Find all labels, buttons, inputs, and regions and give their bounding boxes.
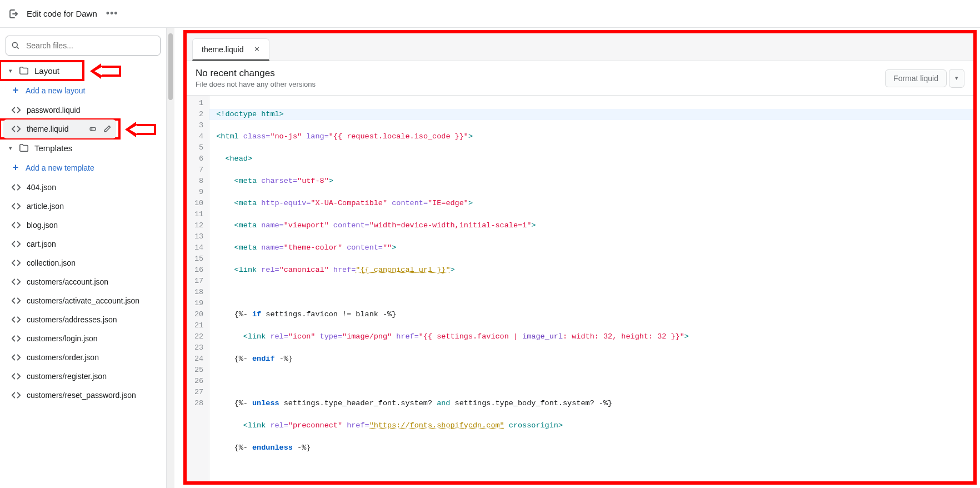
code-icon xyxy=(11,315,21,325)
file-item[interactable]: customers/order.json xyxy=(0,348,166,367)
svg-line-3 xyxy=(17,47,18,48)
annotation-arrow xyxy=(125,122,156,137)
close-icon[interactable]: ✕ xyxy=(254,45,260,53)
folder-label: Templates xyxy=(34,143,72,153)
sidebar: ▾ Layout + Add a new layout password.liq… xyxy=(0,28,167,488)
add-template-button[interactable]: + Add a new template xyxy=(0,157,166,178)
code-icon xyxy=(11,239,21,249)
file-item[interactable]: customers/login.json xyxy=(0,329,166,348)
line-number: 20 xyxy=(194,309,203,320)
line-number: 5 xyxy=(194,142,203,153)
line-number: 1 xyxy=(194,98,203,109)
page-title: Edit code for Dawn xyxy=(27,9,97,18)
code-icon xyxy=(11,105,21,115)
code-icon xyxy=(11,201,21,211)
add-layout-label: Add a new layout xyxy=(26,86,85,95)
chevron-down-icon: ▾ xyxy=(8,145,13,152)
file-item[interactable]: customers/activate_account.json xyxy=(0,291,166,310)
line-number: 23 xyxy=(194,342,203,353)
code-editor[interactable]: 1234567891011121314151617181920212223242… xyxy=(187,96,973,481)
line-number: 18 xyxy=(194,287,203,298)
add-layout-button[interactable]: + Add a new layout xyxy=(0,80,166,101)
file-item[interactable]: 404.json xyxy=(0,178,166,197)
code-icon xyxy=(11,371,21,381)
file-label: customers/activate_account.json xyxy=(27,296,139,305)
line-number: 6 xyxy=(194,153,203,165)
code-icon xyxy=(11,220,21,230)
add-template-label: Add a new template xyxy=(26,163,94,172)
line-number: 25 xyxy=(194,365,203,376)
file-label: customers/register.json xyxy=(27,372,107,381)
line-number: 4 xyxy=(194,131,203,142)
file-label: blog.json xyxy=(27,221,58,230)
line-number: 21 xyxy=(194,320,203,331)
file-item[interactable]: cart.json xyxy=(0,235,166,253)
tab-label: theme.liquid xyxy=(202,45,244,54)
code-content[interactable]: <!doctype html> <html class="no-js" lang… xyxy=(209,96,973,481)
code-icon xyxy=(11,182,21,192)
line-number: 8 xyxy=(194,176,203,187)
rename-icon[interactable] xyxy=(88,125,97,133)
line-number: 9 xyxy=(194,187,203,198)
code-icon xyxy=(11,333,21,343)
sidebar-scrollbar[interactable] xyxy=(167,28,174,488)
file-item[interactable]: collection.json xyxy=(0,253,166,272)
more-actions-button[interactable]: ••• xyxy=(106,8,118,19)
file-label: customers/reset_password.json xyxy=(27,391,136,400)
file-info-bar: No recent changes File does not have any… xyxy=(187,61,973,96)
code-icon xyxy=(11,390,21,400)
file-label: customers/addresses.json xyxy=(27,315,117,324)
svg-rect-4 xyxy=(90,128,96,131)
exit-button[interactable] xyxy=(8,8,19,19)
format-liquid-button[interactable]: Format liquid xyxy=(885,69,947,87)
file-item[interactable]: customers/reset_password.json xyxy=(0,386,166,405)
code-icon xyxy=(11,277,21,287)
chevron-down-icon: ▾ xyxy=(8,67,13,74)
file-label: customers/account.json xyxy=(27,277,108,286)
search-box xyxy=(6,36,161,56)
line-number: 26 xyxy=(194,376,203,387)
search-input[interactable] xyxy=(6,36,161,56)
file-label: cart.json xyxy=(27,240,56,248)
file-label: collection.json xyxy=(27,258,76,267)
editor-annotation-frame: theme.liquid ✕ No recent changes File do… xyxy=(183,30,977,485)
file-item[interactable]: customers/account.json xyxy=(0,272,166,291)
tab-theme-liquid[interactable]: theme.liquid ✕ xyxy=(192,38,269,61)
tab-bar: theme.liquid ✕ xyxy=(187,33,973,61)
topbar: Edit code for Dawn ••• xyxy=(0,0,980,28)
recent-changes-sub: File does not have any other versions xyxy=(196,80,316,88)
annotation-arrow xyxy=(90,63,121,79)
file-label: article.json xyxy=(27,202,64,211)
folder-layout[interactable]: ▾ Layout xyxy=(0,61,83,80)
code-icon xyxy=(11,352,21,362)
line-number: 14 xyxy=(194,242,203,253)
code-icon xyxy=(11,296,21,306)
line-number: 7 xyxy=(194,165,203,176)
file-label: customers/login.json xyxy=(27,334,98,343)
file-item-theme[interactable]: theme.liquid xyxy=(3,119,116,138)
line-number: 3 xyxy=(194,120,203,131)
plus-icon: + xyxy=(11,84,20,96)
file-item-password[interactable]: password.liquid xyxy=(0,101,166,119)
line-number: 24 xyxy=(194,353,203,365)
file-label: password.liquid xyxy=(27,106,81,114)
line-number: 12 xyxy=(194,220,203,231)
code-icon xyxy=(11,124,21,134)
file-item[interactable]: blog.json xyxy=(0,216,166,235)
file-item[interactable]: article.json xyxy=(0,197,166,216)
file-label: theme.liquid xyxy=(27,125,69,133)
line-number: 11 xyxy=(194,209,203,220)
folder-icon xyxy=(19,143,29,153)
line-number: 28 xyxy=(194,398,203,409)
edit-icon[interactable] xyxy=(103,125,112,133)
folder-icon xyxy=(19,66,29,76)
file-item[interactable]: customers/register.json xyxy=(0,367,166,386)
file-item[interactable]: customers/addresses.json xyxy=(0,310,166,329)
code-icon xyxy=(11,258,21,268)
line-number: 17 xyxy=(194,276,203,287)
format-liquid-dropdown[interactable]: ▾ xyxy=(949,69,964,88)
line-number: 27 xyxy=(194,387,203,398)
line-gutter: 1234567891011121314151617181920212223242… xyxy=(187,96,209,481)
folder-templates[interactable]: ▾ Templates xyxy=(0,138,166,157)
line-number: 2 xyxy=(194,109,203,120)
